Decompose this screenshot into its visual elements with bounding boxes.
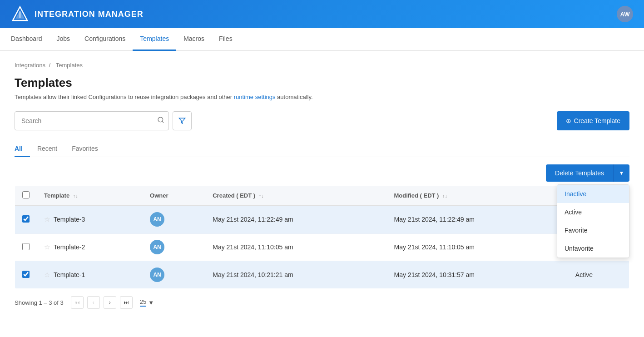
breadcrumb-current: Templates: [56, 62, 83, 69]
page-description: Templates allow their linked Configurati…: [15, 94, 629, 100]
row-checkbox-template-2[interactable]: [22, 243, 30, 250]
description-text-start: Templates allow their linked Configurati…: [15, 94, 234, 100]
description-link[interactable]: runtime settings: [234, 94, 276, 100]
svg-point-3: [158, 117, 163, 122]
template-1-modified: May 21st 2024, 10:31:57 am: [387, 261, 568, 289]
logo-area: INTEGRATION MANAGER: [11, 5, 144, 23]
template-3-modified: May 21st 2024, 11:22:49 am: [387, 206, 568, 233]
app-header: INTEGRATION MANAGER AW: [0, 0, 644, 28]
search-row: ⊕ Create Template: [15, 111, 629, 130]
svg-line-4: [162, 121, 163, 123]
star-icon-template-3[interactable]: ☆: [44, 215, 50, 223]
template-3-created: May 21st 2024, 11:22:49 am: [205, 206, 386, 233]
description-text-end: automatically.: [276, 94, 313, 100]
select-all-checkbox[interactable]: [22, 191, 30, 198]
table-body: ☆ Template-3 AN May 21st 2024, 11:22:49 …: [15, 206, 629, 289]
nav-jobs[interactable]: Jobs: [50, 28, 78, 51]
create-template-button[interactable]: ⊕ Create Template: [557, 111, 629, 130]
dropdown-item-inactive[interactable]: Inactive: [557, 185, 629, 203]
owner-avatar-template-2: AN: [150, 240, 164, 254]
page-title: Templates: [15, 76, 629, 90]
user-avatar[interactable]: AW: [617, 6, 633, 22]
main-content: Integrations / Templates Templates Templ…: [0, 51, 644, 337]
col-owner: Owner: [143, 186, 205, 206]
first-page-button[interactable]: ⏮: [71, 296, 84, 309]
nav-dashboard[interactable]: Dashboard: [11, 28, 50, 51]
star-icon-template-2[interactable]: ☆: [44, 243, 50, 251]
template-3-name[interactable]: Template-3: [54, 216, 85, 223]
table-row: ☆ Template-3 AN May 21st 2024, 11:22:49 …: [15, 206, 629, 233]
col-owner-label: Owner: [150, 192, 168, 199]
search-icon: [157, 116, 164, 124]
search-wrapper: [15, 111, 169, 130]
create-label: Create Template: [574, 117, 620, 124]
breadcrumb: Integrations / Templates: [15, 62, 629, 69]
table-header: Template ↑↓ Owner Created ( EDT ) ↑↓ Mod…: [15, 186, 629, 206]
next-page-button[interactable]: ›: [104, 296, 116, 309]
last-page-button[interactable]: ⏭: [120, 296, 133, 309]
nav-bar: Dashboard Jobs Configurations Templates …: [0, 28, 644, 51]
dropdown-arrow-icon: ▼: [619, 170, 624, 176]
template-2-modified: May 21st 2024, 11:10:05 am: [387, 233, 568, 261]
template-sort-icon[interactable]: ↑↓: [73, 193, 78, 198]
breadcrumb-parent[interactable]: Integrations: [15, 62, 45, 69]
pagination-row: Showing 1 – 3 of 3 ⏮ ‹ › ⏭ 25 ▼: [15, 289, 629, 312]
dropdown-item-unfavorite[interactable]: Unfavorite: [557, 239, 629, 258]
dropdown-menu: Inactive Active Favorite Unfavorite: [557, 184, 629, 258]
search-input[interactable]: [15, 111, 169, 130]
owner-avatar-template-1: AN: [150, 268, 164, 282]
template-1-created: May 21st 2024, 10:21:21 am: [205, 261, 386, 289]
search-left: [15, 111, 192, 130]
owner-avatar-template-3: AN: [150, 212, 164, 227]
tab-recent[interactable]: Recent: [30, 141, 64, 157]
templates-table: Template ↑↓ Owner Created ( EDT ) ↑↓ Mod…: [15, 185, 629, 289]
nav-files[interactable]: Files: [212, 28, 240, 51]
tab-row: All Recent Favorites: [15, 141, 629, 157]
filter-button[interactable]: [173, 111, 192, 130]
row-checkbox-template-1[interactable]: [22, 271, 30, 278]
action-row: Delete Templates ▼ Inactive Active Favor…: [15, 164, 629, 182]
pagination-info: Showing 1 – 3 of 3: [15, 299, 64, 306]
breadcrumb-separator: /: [49, 62, 51, 69]
col-created: Created ( EDT ) ↑↓: [205, 186, 386, 206]
delete-dropdown-arrow[interactable]: ▼: [613, 164, 629, 182]
nav-macros[interactable]: Macros: [176, 28, 212, 51]
nav-templates[interactable]: Templates: [133, 28, 176, 51]
modified-sort-icon[interactable]: ↑↓: [442, 193, 447, 198]
dropdown-item-favorite[interactable]: Favorite: [557, 221, 629, 239]
app-title: INTEGRATION MANAGER: [35, 10, 144, 19]
col-modified: Modified ( EDT ) ↑↓: [387, 186, 568, 206]
per-page-value: 25: [140, 298, 146, 307]
template-1-status: Active: [568, 261, 629, 289]
prev-page-button[interactable]: ‹: [87, 296, 100, 309]
create-icon: ⊕: [566, 117, 571, 124]
table-row: ☆ Template-2 AN May 21st 2024, 11:10:05 …: [15, 233, 629, 261]
delete-templates-button[interactable]: Delete Templates: [546, 164, 613, 182]
template-name-cell: ☆ Template-1: [44, 271, 135, 279]
logo-icon: [11, 5, 29, 23]
tab-all[interactable]: All: [15, 141, 30, 157]
tab-favorites[interactable]: Favorites: [64, 141, 105, 157]
template-1-name[interactable]: Template-1: [54, 271, 85, 278]
nav-configurations[interactable]: Configurations: [77, 28, 133, 51]
template-name-cell: ☆ Template-2: [44, 243, 135, 251]
template-name-cell: ☆ Template-3: [44, 215, 135, 223]
star-icon-template-1[interactable]: ☆: [44, 271, 50, 279]
template-2-name[interactable]: Template-2: [54, 243, 85, 251]
per-page-select: 25 ▼: [140, 298, 154, 307]
col-template-label: Template: [44, 192, 69, 199]
col-template: Template ↑↓: [37, 186, 143, 206]
search-icon-button[interactable]: [157, 116, 164, 125]
delete-button-group: Delete Templates ▼: [546, 164, 629, 182]
table-row: ☆ Template-1 AN May 21st 2024, 10:21:21 …: [15, 261, 629, 289]
filter-icon: [178, 117, 186, 124]
created-sort-icon[interactable]: ↑↓: [259, 193, 264, 198]
per-page-dropdown-icon[interactable]: ▼: [148, 299, 154, 306]
template-2-created: May 21st 2024, 11:10:05 am: [205, 233, 386, 261]
svg-marker-5: [179, 118, 185, 124]
col-created-label: Created ( EDT ): [213, 192, 255, 199]
dropdown-item-active[interactable]: Active: [557, 203, 629, 221]
row-checkbox-template-3[interactable]: [22, 215, 30, 223]
col-modified-label: Modified ( EDT ): [394, 192, 439, 199]
